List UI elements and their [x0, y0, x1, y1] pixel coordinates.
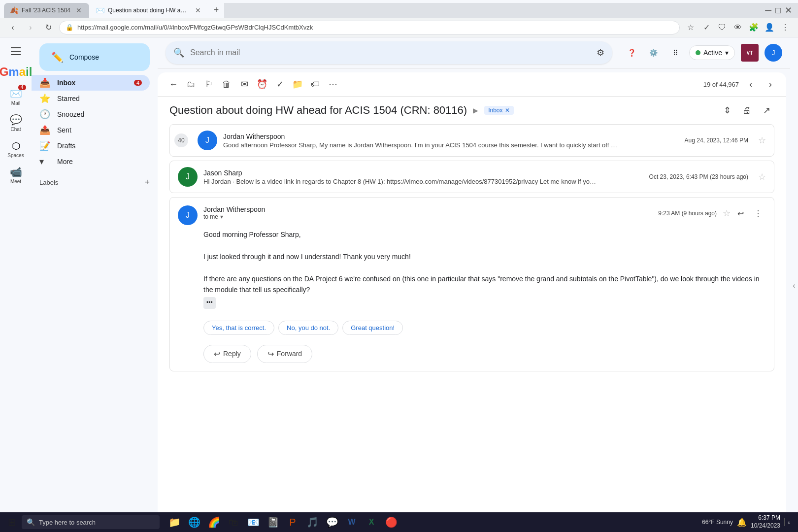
taskbar-app-excel[interactable]: X [363, 513, 380, 531]
reply-button[interactable]: ↩ Reply [203, 345, 251, 363]
search-input[interactable] [190, 48, 591, 57]
email-actions-bar: ↩ Reply ↪ Forward [170, 339, 774, 371]
star-1[interactable]: ☆ [758, 135, 766, 146]
extension2-icon[interactable]: 🛡 [715, 21, 729, 34]
print-button[interactable]: 🖨 [739, 102, 755, 118]
inbox-badge-text: Inbox [488, 107, 502, 114]
sidebar-item-starred[interactable]: ⭐ Starred [32, 91, 150, 106]
taskbar-app-slack[interactable]: 💬 [323, 513, 341, 531]
more-icon[interactable]: ⋮ [778, 21, 792, 34]
email-ellipsis[interactable]: ••• [203, 297, 216, 308]
taskbar-app-ppt[interactable]: P [284, 513, 301, 531]
smart-reply-1[interactable]: Yes, that is correct. [203, 321, 274, 335]
email-card-2-header[interactable]: J Jason Sharp Hi Jordan · Below is a vid… [170, 161, 774, 193]
snooze-button[interactable]: ⏰ [254, 76, 270, 92]
apps-button[interactable]: ⠿ [667, 45, 683, 61]
prev-email-button[interactable]: ‹ [743, 76, 759, 92]
account-avatar[interactable]: J [765, 44, 782, 62]
move-to-button[interactable]: 📁 [290, 76, 305, 92]
mark-unread-button[interactable]: ✉ [236, 76, 252, 92]
taskbar-search[interactable]: 🔍 Type here to search [22, 515, 160, 529]
minimize-btn[interactable]: ─ [765, 5, 771, 16]
taskbar-show-desktop[interactable]: ▫ [784, 518, 790, 526]
extension1-icon[interactable]: ✓ [699, 21, 713, 34]
taskbar-app-edge[interactable]: 🌐 [185, 513, 203, 531]
sidebar-item-drafts[interactable]: 📝 Drafts [32, 138, 150, 154]
start-button[interactable]: ⊞ [4, 514, 20, 530]
close-window-btn[interactable]: ✕ [785, 5, 792, 16]
gmail-logo[interactable]: Gmail [0, 65, 32, 79]
right-panel-toggle[interactable]: ‹ [790, 37, 798, 532]
extension3-icon[interactable]: 👁 [731, 21, 745, 34]
taskbar-app-store[interactable]: 🛍 [225, 513, 242, 531]
forward-button[interactable]: › [24, 21, 37, 34]
refresh-button[interactable]: ↻ [41, 21, 55, 34]
filter-icon[interactable]: ⚙ [597, 47, 604, 58]
sidebar-narrow-spaces[interactable]: ⬡ Spaces [2, 137, 30, 161]
reply-inline-button[interactable]: ↩ [732, 205, 748, 221]
sidebar-narrow-mail[interactable]: ✉️ 4 Mail [2, 85, 30, 109]
tab2-close[interactable]: ✕ [194, 6, 202, 15]
expand-all-button[interactable]: ⇕ [719, 102, 735, 118]
meet-label: Meet [10, 179, 21, 184]
star-2[interactable]: ☆ [758, 171, 766, 182]
taskbar-app-red[interactable]: 🔴 [382, 513, 400, 531]
email-meta-2: Jason Sharp Hi Jordan · Below is a video… [203, 169, 643, 185]
sidebar-narrow-chat[interactable]: 💬 Chat [2, 111, 30, 135]
report-spam-button[interactable]: ⚐ [201, 76, 217, 92]
maximize-btn[interactable]: □ [775, 5, 781, 16]
to-chevron[interactable]: ▾ [220, 213, 223, 220]
new-tab-button[interactable]: + [209, 3, 223, 17]
taskbar-app-music[interactable]: 🎵 [303, 513, 321, 531]
sidebar-item-sent[interactable]: 📤 Sent [32, 122, 150, 138]
browser-tab-2[interactable]: ✉️ Question about doing HW ahe... ✕ [90, 3, 208, 18]
avatar-jordan-3: J [178, 205, 198, 225]
archive-button[interactable]: 🗂 [183, 76, 199, 92]
sidebar-item-snoozed[interactable]: 🕐 Snoozed [32, 106, 150, 122]
bookmark-icon[interactable]: ☆ [684, 21, 698, 34]
tab1-close[interactable]: ✕ [74, 6, 83, 15]
labels-header: Labels + [32, 173, 158, 192]
add-task-button[interactable]: ✓ [272, 76, 288, 92]
profile-icon[interactable]: 👤 [763, 21, 776, 34]
email-card-1-header[interactable]: J Jordan Witherspoon Good afternoon Prof… [170, 125, 774, 156]
address-bar[interactable]: 🔒 https://mail.google.com/mail/u/0/#inbo… [59, 21, 680, 34]
taskbar-app-word[interactable]: W [343, 513, 361, 531]
sidebar-main: ✏️ Compose 📥 Inbox 4 ⭐ Starred 🕐 Snoozed… [32, 37, 158, 532]
taskbar-notification-icon[interactable]: 🔔 [737, 518, 747, 527]
more-actions-button[interactable]: ⋯ [325, 76, 341, 92]
more-msg-options[interactable]: ⋮ [750, 205, 766, 221]
sidebar-narrow-meet[interactable]: 📹 Meet [2, 163, 30, 187]
gmail-app: Gmail ✉️ 4 Mail 💬 Chat ⬡ Spaces 📹 Meet ✏… [0, 37, 798, 532]
sidebar-item-more[interactable]: ▾ More [32, 154, 150, 169]
smart-reply-2[interactable]: No, you do not. [278, 321, 338, 335]
compose-button[interactable]: ✏️ Compose [39, 43, 150, 71]
settings-button[interactable]: ⚙️ [646, 45, 662, 61]
inbox-badge-close[interactable]: ✕ [505, 107, 510, 114]
extensions-icon[interactable]: 🧩 [747, 21, 761, 34]
sidebar-item-inbox[interactable]: 📥 Inbox 4 [32, 75, 150, 91]
add-label-button[interactable]: + [144, 177, 150, 188]
browser-tab-1[interactable]: 🍂 Fall '23 ACIS 1504 ✕ [4, 3, 89, 18]
search-bar[interactable]: 🔍 ⚙ [166, 41, 612, 64]
back-button[interactable]: ‹ [6, 21, 20, 34]
hamburger-menu[interactable] [6, 41, 26, 61]
vt-logo[interactable]: VT [741, 44, 759, 62]
forward-button[interactable]: ↪ Forward [257, 345, 312, 363]
help-button[interactable]: ❓ [624, 45, 640, 61]
delete-button[interactable]: 🗑 [219, 76, 234, 92]
smart-reply-3[interactable]: Great question! [342, 321, 403, 335]
label-as-button[interactable]: 🏷 [307, 76, 323, 92]
taskbar-app-mail[interactable]: 📧 [244, 513, 262, 531]
new-window-button[interactable]: ↗ [759, 102, 774, 118]
star-3[interactable]: ☆ [723, 208, 731, 219]
reply-label: Reply [223, 350, 241, 358]
next-email-button[interactable]: › [763, 76, 778, 92]
inbox-label-badge[interactable]: Inbox ✕ [484, 106, 513, 115]
taskbar-app-chrome[interactable]: 🌈 [205, 513, 223, 531]
taskbar-app-explorer[interactable]: 📁 [166, 513, 183, 531]
active-status[interactable]: Active ▾ [689, 45, 735, 60]
taskbar-app-onenote[interactable]: 📓 [264, 513, 282, 531]
browser-tabs: 🍂 Fall '23 ACIS 1504 ✕ ✉️ Question about… [0, 0, 798, 18]
back-to-inbox-button[interactable]: ← [166, 76, 181, 92]
